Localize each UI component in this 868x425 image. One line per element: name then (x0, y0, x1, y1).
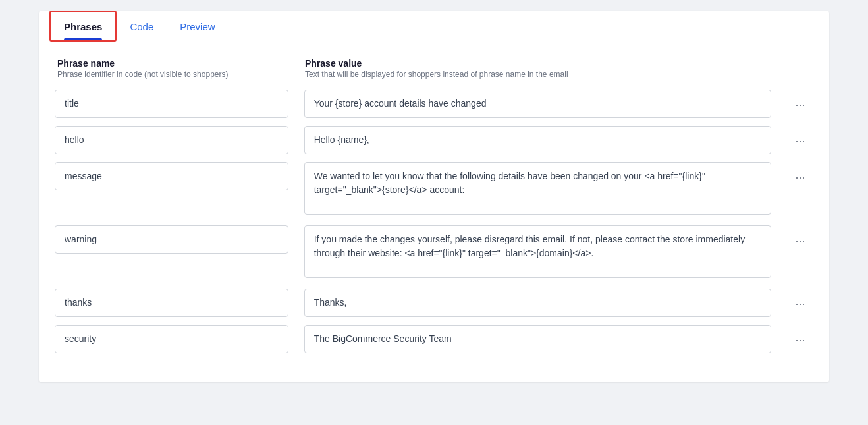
phrase-value-desc: Text that will be displayed for shoppers… (305, 70, 769, 79)
phrase-value-input-hello[interactable] (304, 126, 771, 154)
tab-phrases[interactable]: Phrases (49, 11, 117, 42)
phrase-value-cell-hello (304, 126, 771, 154)
phrase-value-cell-security (304, 325, 771, 353)
phrase-name-cell-thanks (55, 289, 288, 317)
phrase-row: ··· (55, 325, 813, 353)
tabs-bar: Phrases Code Preview (39, 11, 829, 42)
phrase-actions-cell-message: ··· (787, 162, 813, 186)
phrases-list: ·················· (55, 90, 813, 353)
phrase-name-cell-warning (55, 225, 288, 254)
main-card: Phrases Code Preview Phrase name Phrase … (39, 11, 829, 382)
phrase-value-textarea-message[interactable] (304, 162, 771, 215)
phrase-row: ··· (55, 126, 813, 154)
phrase-value-cell-title (304, 90, 771, 118)
phrase-name-cell-hello (55, 126, 288, 154)
phrase-value-cell-warning (304, 225, 771, 281)
phrase-menu-button-warning[interactable]: ··· (792, 232, 807, 249)
phrase-name-input-hello[interactable] (55, 126, 288, 154)
phrase-menu-button-message[interactable]: ··· (792, 169, 807, 186)
column-headers: Phrase name Phrase identifier in code (n… (55, 58, 813, 79)
phrase-value-cell-thanks (304, 289, 771, 317)
phrase-name-input-title[interactable] (55, 90, 288, 118)
phrase-menu-button-security[interactable]: ··· (792, 331, 807, 349)
phrase-actions-cell-title: ··· (787, 90, 813, 113)
phrase-menu-button-hello[interactable]: ··· (792, 132, 807, 150)
phrase-actions-cell-thanks: ··· (787, 289, 813, 312)
phrase-value-input-security[interactable] (304, 325, 771, 353)
tab-preview[interactable]: Preview (167, 12, 228, 40)
phrase-name-input-security[interactable] (55, 325, 288, 353)
phrase-row: ··· (55, 90, 813, 118)
phrase-name-input-message[interactable] (55, 162, 288, 190)
page-container: Phrases Code Preview Phrase name Phrase … (0, 0, 868, 425)
phrase-actions-cell-security: ··· (787, 325, 813, 349)
phrase-value-column-header: Phrase value Text that will be displayed… (305, 58, 769, 79)
actions-column-header (784, 58, 811, 79)
content-area: Phrase name Phrase identifier in code (n… (39, 42, 829, 382)
phrase-value-textarea-warning[interactable] (304, 225, 771, 278)
phrase-actions-cell-warning: ··· (787, 225, 813, 249)
phrase-name-cell-message (55, 162, 288, 190)
tab-code[interactable]: Code (117, 12, 167, 40)
phrase-name-title: Phrase name (57, 58, 289, 69)
phrase-value-title: Phrase value (305, 58, 769, 69)
phrase-name-column-header: Phrase name Phrase identifier in code (n… (57, 58, 289, 79)
phrase-menu-button-thanks[interactable]: ··· (792, 295, 807, 312)
phrase-row: ··· (55, 225, 813, 281)
phrase-value-input-title[interactable] (304, 90, 771, 118)
phrase-value-input-thanks[interactable] (304, 289, 771, 317)
phrase-name-input-warning[interactable] (55, 225, 288, 254)
phrase-menu-button-title[interactable]: ··· (792, 96, 807, 113)
phrase-actions-cell-hello: ··· (787, 126, 813, 150)
phrase-value-cell-message (304, 162, 771, 217)
phrase-name-cell-security (55, 325, 288, 353)
phrase-row: ··· (55, 162, 813, 217)
phrase-name-input-thanks[interactable] (55, 289, 288, 317)
phrase-name-desc: Phrase identifier in code (not visible t… (57, 70, 289, 79)
phrase-row: ··· (55, 289, 813, 317)
phrase-name-cell-title (55, 90, 288, 118)
